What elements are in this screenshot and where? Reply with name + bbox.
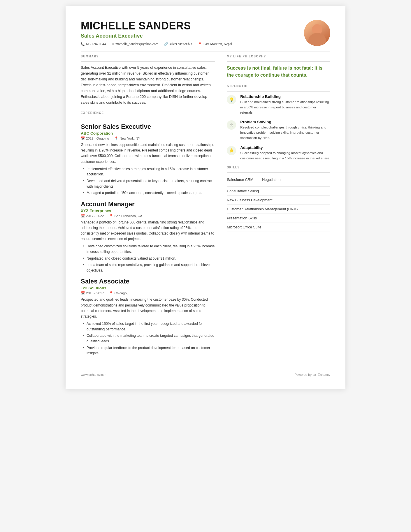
phone-item: 📞 617-694-0644 — [81, 42, 106, 46]
summary-label: SUMMARY — [81, 55, 215, 58]
skills-divider — [227, 172, 330, 173]
left-column: SUMMARY Sales Account Executive with ove… — [81, 55, 215, 357]
bullet-item: Led a team of sales representatives, pro… — [83, 262, 215, 273]
email-icon: ✉ — [112, 42, 114, 46]
star-filled-icon: ⭐ — [229, 148, 234, 153]
skill-consultative: Consultative Selling — [227, 187, 330, 196]
link-icon: 🔗 — [164, 42, 168, 46]
skills-row-1: Salesforce CRM Negotiation — [227, 176, 330, 187]
calendar-icon: 📅 — [81, 136, 85, 140]
phone-icon: 📞 — [81, 42, 85, 46]
skills-section: SKILLS Salesforce CRM Negotiation Consul… — [227, 166, 330, 232]
candidate-title: Sales Account Executive — [81, 33, 298, 39]
bullet-item: Developed and delivered presentations to… — [83, 178, 215, 189]
enhancv-logo-icon: ∞ — [313, 373, 316, 377]
header: MICHELLE SANDERS Sales Account Executive… — [81, 20, 330, 46]
strength-3: ⭐ Adaptability Successfully adapted to c… — [227, 145, 330, 161]
bullet-item: Implemented effective sales strategies r… — [83, 166, 215, 177]
job-3-company: 123 Solutions — [81, 286, 215, 290]
job-3-title: Sales Associate — [81, 278, 215, 285]
strength-1-desc: Built and maintained strong customer rel… — [240, 100, 330, 115]
brand-name: Enhancv — [318, 373, 330, 376]
bullet-item: Negotiated and closed contracts valued a… — [83, 256, 215, 261]
philosophy-divider — [227, 61, 330, 62]
website-item: 🔗 silver-visitor.biz — [164, 42, 192, 46]
strength-1-icon-wrap: 💡 — [227, 95, 236, 104]
summary-section: SUMMARY Sales Account Executive with ove… — [81, 55, 215, 105]
job-1-company: ABC Corporation — [81, 131, 215, 135]
summary-divider — [81, 61, 215, 62]
experience-divider — [81, 118, 215, 118]
footer-url: www.enhancv.com — [81, 373, 107, 376]
header-left: MICHELLE SANDERS Sales Account Executive… — [81, 20, 298, 46]
strength-3-content: Adaptability Successfully adapted to cha… — [240, 145, 330, 161]
avatar-image — [304, 20, 330, 46]
bullet-item: Developed customized solutions tailored … — [83, 244, 215, 254]
footer-brand: Powered by ∞ Enhancv — [295, 373, 330, 377]
candidate-name: MICHELLE SANDERS — [81, 20, 298, 32]
strength-3-icon-wrap: ⭐ — [227, 146, 236, 155]
location-icon: 📍 — [198, 42, 202, 46]
main-content: SUMMARY Sales Account Executive with ove… — [81, 55, 330, 357]
job-1-bullets: Implemented effective sales strategies r… — [83, 166, 215, 196]
resume-page: MICHELLE SANDERS Sales Account Executive… — [66, 6, 345, 389]
footer: www.enhancv.com Powered by ∞ Enhancv — [81, 369, 330, 377]
strength-3-desc: Successfully adapted to changing market … — [240, 151, 330, 161]
email-item: ✉ michelle_sanders@yahoo.com — [112, 42, 158, 46]
strengths-divider — [227, 91, 330, 91]
strength-2-desc: Resolved complex challenges through crit… — [240, 125, 330, 140]
strength-3-title: Adaptability — [240, 145, 330, 150]
calendar-icon: 📅 — [81, 291, 85, 295]
experience-section: EXPERIENCE Senior Sales Executive ABC Co… — [81, 111, 215, 356]
header-divider — [81, 52, 330, 52]
job-1-date: 📅 2022 - Ongoing — [81, 136, 109, 140]
powered-by-text: Powered by — [295, 373, 312, 376]
job-1-meta: 📅 2022 - Ongoing 📍 New York, NY — [81, 136, 215, 140]
job-3-date: 📅 2015 - 2017 — [81, 291, 104, 295]
skill-crm: Customer Relationship Management (CRM) — [227, 205, 330, 214]
strength-2-content: Problem Solving Resolved complex challen… — [240, 120, 330, 140]
location-item: 📍 East Marcton, Nepal — [198, 42, 232, 46]
strength-2: ☆ Problem Solving Resolved complex chall… — [227, 120, 330, 140]
calendar-icon: 📅 — [81, 214, 85, 218]
skill-microsoft: Microsoft Office Suite — [227, 223, 330, 232]
job-2: Account Manager XYZ Enterprises 📅 2017 -… — [81, 200, 215, 273]
strength-2-icon-wrap: ☆ — [227, 120, 236, 130]
philosophy-text: Success is not final, failure is not fat… — [227, 65, 330, 79]
bullet-item: Provided regular feedback to the product… — [83, 345, 215, 356]
pin-icon: 📍 — [114, 136, 118, 140]
strength-1: 💡 Relationship Building Built and mainta… — [227, 94, 330, 115]
job-2-bullets: Developed customized solutions tailored … — [83, 244, 215, 273]
phone-number: 617-694-0644 — [86, 42, 106, 46]
avatar — [304, 20, 330, 46]
job-1-desc: Generated new business opportunities and… — [81, 142, 215, 165]
job-1-location: 📍 New York, NY — [114, 136, 140, 140]
right-column: MY LIFE PHILOSOPHY Success is not final,… — [227, 55, 330, 357]
strengths-section: STRENGTHS 💡 Relationship Building Built … — [227, 84, 330, 161]
lightbulb-icon: 💡 — [229, 97, 234, 102]
star-icon: ☆ — [230, 123, 233, 128]
job-2-company: XYZ Enterprises — [81, 209, 215, 213]
summary-text: Sales Account Executive with over 5 year… — [81, 65, 215, 105]
skill-salesforce: Salesforce CRM — [227, 176, 257, 184]
pin-icon: 📍 — [109, 291, 113, 295]
job-2-meta: 📅 2017 - 2022 📍 San Francisco, CA — [81, 214, 215, 218]
location-text: East Marcton, Nepal — [203, 42, 232, 46]
skill-new-business: New Business Development — [227, 196, 330, 205]
bullet-item: Collaborated with the marketing team to … — [83, 333, 215, 344]
job-2-desc: Managed a portfolio of Fortune 500 clien… — [81, 220, 215, 242]
job-3-bullets: Achieved 150% of sales target in the fir… — [83, 321, 215, 356]
strength-2-title: Problem Solving — [240, 120, 330, 124]
experience-label: EXPERIENCE — [81, 111, 215, 114]
email-address: michelle_sanders@yahoo.com — [115, 42, 158, 46]
job-3-desc: Prospected and qualified leads, increasi… — [81, 297, 215, 319]
strength-1-content: Relationship Building Built and maintain… — [240, 94, 330, 115]
philosophy-section: MY LIFE PHILOSOPHY Success is not final,… — [227, 55, 330, 79]
bullet-item: Managed a portfolio of 50+ accounts, con… — [83, 190, 215, 196]
job-3-meta: 📅 2015 - 2017 📍 Chicago, IL — [81, 291, 215, 295]
job-3-location: 📍 Chicago, IL — [109, 291, 131, 295]
skill-negotiation: Negotiation — [262, 176, 284, 184]
job-2-title: Account Manager — [81, 200, 215, 208]
philosophy-label: MY LIFE PHILOSOPHY — [227, 55, 330, 58]
strengths-label: STRENGTHS — [227, 84, 330, 88]
